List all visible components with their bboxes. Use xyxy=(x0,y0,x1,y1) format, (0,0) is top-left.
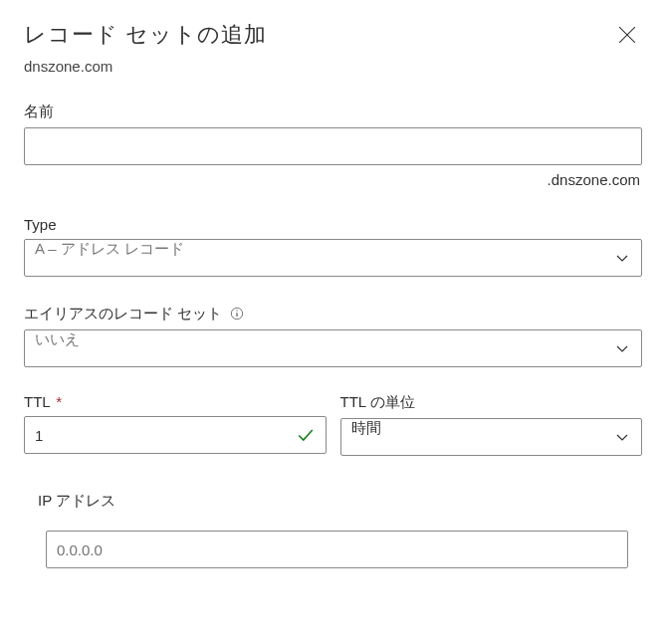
required-indicator: * xyxy=(56,393,62,410)
ttl-input[interactable] xyxy=(24,416,327,454)
ip-input[interactable] xyxy=(46,531,628,568)
close-icon xyxy=(618,32,636,47)
alias-select[interactable]: いいえ xyxy=(24,329,642,367)
ttl-label: TTL * xyxy=(24,393,62,410)
info-icon xyxy=(230,307,244,323)
name-suffix: .dnszone.com xyxy=(24,171,642,188)
add-record-set-panel: レコード セットの追加 dnszone.com 名前 .dnszone.com … xyxy=(0,0,666,588)
svg-point-4 xyxy=(237,310,238,311)
ttl-unit-field-group: TTL の単位 時間 xyxy=(340,393,643,456)
alias-label: エイリアスのレコード セット xyxy=(24,305,244,323)
ttl-unit-select[interactable]: 時間 xyxy=(340,418,643,456)
ttl-row: TTL * TTL の単位 時間 xyxy=(24,393,642,456)
panel-subtitle: dnszone.com xyxy=(24,58,642,75)
ip-field-group: IP アドレス xyxy=(24,492,642,568)
type-select-value: A – アドレス レコード xyxy=(35,240,184,257)
type-label: Type xyxy=(24,216,57,233)
panel-header: レコード セットの追加 xyxy=(24,20,642,50)
close-button[interactable] xyxy=(612,20,642,50)
type-select[interactable]: A – アドレス レコード xyxy=(24,239,642,277)
name-field-group: 名前 .dnszone.com xyxy=(24,103,642,188)
ttl-unit-label: TTL の単位 xyxy=(340,393,415,412)
alias-field-group: エイリアスのレコード セット いいえ xyxy=(24,305,642,367)
alias-select-value: いいえ xyxy=(35,330,80,347)
name-label: 名前 xyxy=(24,103,54,121)
ip-label: IP アドレス xyxy=(38,492,115,511)
panel-title: レコード セットの追加 xyxy=(24,20,267,50)
ttl-unit-select-value: 時間 xyxy=(351,419,381,436)
type-field-group: Type A – アドレス レコード xyxy=(24,216,642,277)
ttl-field-group: TTL * xyxy=(24,393,327,456)
name-input[interactable] xyxy=(24,127,642,165)
